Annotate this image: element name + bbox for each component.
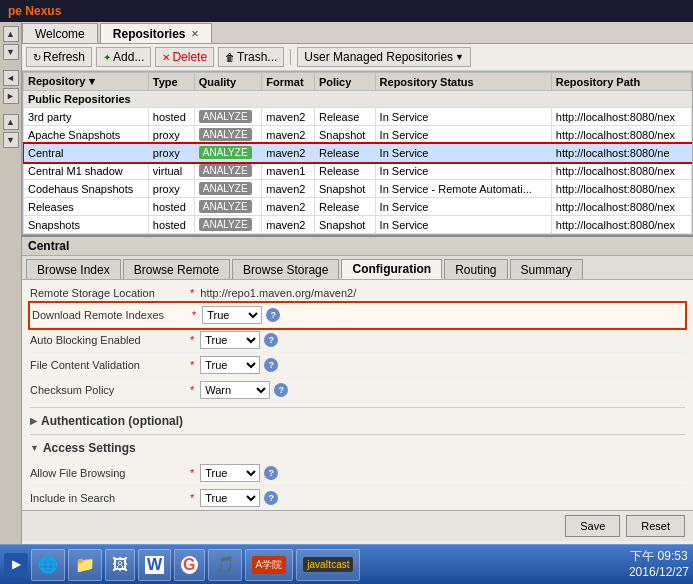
tab-welcome[interactable]: Welcome bbox=[22, 23, 98, 43]
reset-button[interactable]: Reset bbox=[626, 515, 685, 537]
access-divider: ▼ Access Settings bbox=[30, 434, 685, 457]
download-indexes-value: * True False ? bbox=[192, 306, 280, 324]
table-row[interactable]: Central proxy ANALYZE maven2 Release In … bbox=[24, 144, 692, 162]
trash-icon: 🗑 bbox=[225, 52, 235, 63]
tab-close-icon[interactable]: ✕ bbox=[191, 29, 199, 39]
taskbar-label2: javaItcast bbox=[303, 557, 353, 572]
download-indexes-select[interactable]: True False bbox=[202, 306, 262, 324]
remote-storage-value: * http://repo1.maven.org/maven2/ bbox=[190, 287, 356, 299]
taskbar-start-icon[interactable]: ▶ bbox=[4, 553, 28, 577]
taskbar-chrome-btn[interactable]: G bbox=[174, 549, 204, 581]
auto-blocking-label: Auto Blocking Enabled bbox=[30, 334, 190, 346]
required-star5: * bbox=[190, 384, 194, 396]
sidebar-arrow-right[interactable]: ► bbox=[3, 88, 19, 104]
required-star2: * bbox=[192, 309, 196, 321]
analyze-btn[interactable]: ANALYZE bbox=[199, 218, 252, 231]
sidebar-arrow-down[interactable]: ▼ bbox=[3, 44, 19, 60]
checksum-help-icon[interactable]: ? bbox=[274, 383, 288, 397]
table-row[interactable]: Codehaus Snapshots proxy ANALYZE maven2 … bbox=[24, 180, 692, 198]
delete-icon: ✕ bbox=[162, 52, 170, 63]
sub-tab-browse-index[interactable]: Browse Index bbox=[26, 259, 121, 279]
file-content-value: * True False ? bbox=[190, 356, 278, 374]
col-type[interactable]: Type bbox=[148, 73, 194, 91]
word-icon: W bbox=[145, 556, 164, 574]
clock: 下午 09:53 2016/12/27 bbox=[629, 549, 689, 580]
save-button[interactable]: Save bbox=[565, 515, 620, 537]
sub-tab-browse-remote[interactable]: Browse Remote bbox=[123, 259, 230, 279]
include-search-help-icon[interactable]: ? bbox=[264, 491, 278, 505]
download-indexes-label: Download Remote Indexes bbox=[32, 309, 192, 321]
sub-tab-summary[interactable]: Summary bbox=[510, 259, 583, 279]
add-button[interactable]: ✦ Add... bbox=[96, 47, 151, 67]
auth-divider: ▶ Authentication (optional) bbox=[30, 407, 685, 430]
separator bbox=[290, 49, 291, 65]
file-content-select[interactable]: True False bbox=[200, 356, 260, 374]
taskbar-image-btn[interactable]: 🖼 bbox=[105, 549, 135, 581]
taskbar-word-btn[interactable]: W bbox=[138, 549, 171, 581]
required-star6: * bbox=[190, 467, 194, 479]
col-repository[interactable]: Repository ▾ bbox=[24, 73, 149, 91]
analyze-btn[interactable]: ANALYZE bbox=[199, 182, 252, 195]
analyze-btn[interactable]: ANALYZE bbox=[199, 200, 252, 213]
col-policy[interactable]: Policy bbox=[314, 73, 375, 91]
allow-file-browsing-label: Allow File Browsing bbox=[30, 467, 190, 479]
analyze-btn[interactable]: ANALYZE bbox=[199, 146, 252, 159]
analyze-btn[interactable]: ANALYZE bbox=[199, 128, 252, 141]
col-status[interactable]: Repository Status bbox=[375, 73, 551, 91]
include-search-select[interactable]: True False bbox=[200, 489, 260, 507]
taskbar-text2-btn[interactable]: javaItcast bbox=[296, 549, 360, 581]
taskbar-media-btn[interactable]: 🎵 bbox=[208, 549, 242, 581]
table-row[interactable]: Snapshots hosted ANALYZE maven2 Snapshot… bbox=[24, 216, 692, 234]
checksum-select[interactable]: Warn Strict Ignore bbox=[200, 381, 270, 399]
access-toggle-icon[interactable]: ▼ bbox=[30, 443, 39, 453]
include-search-row: Include in Search * True False ? bbox=[30, 486, 685, 510]
dropdown-icon: ▼ bbox=[455, 52, 464, 62]
sub-tab-routing[interactable]: Routing bbox=[444, 259, 507, 279]
table-row[interactable]: Releases hosted ANALYZE maven2 Release I… bbox=[24, 198, 692, 216]
sidebar-arrow-up[interactable]: ▲ bbox=[3, 26, 19, 42]
sidebar: ▲ ▼ ◄ ► ▲ ▼ bbox=[0, 22, 22, 544]
refresh-button[interactable]: ↻ Refresh bbox=[26, 47, 92, 67]
table-row[interactable]: Public Repositories bbox=[24, 91, 692, 108]
taskbar-browser-btn[interactable]: 🌐 bbox=[31, 549, 65, 581]
tab-repositories[interactable]: Repositories ✕ bbox=[100, 23, 213, 43]
col-quality[interactable]: Quality bbox=[194, 73, 262, 91]
delete-button[interactable]: ✕ Delete bbox=[155, 47, 214, 67]
auto-blocking-select[interactable]: True False bbox=[200, 331, 260, 349]
table-row[interactable]: Central M1 shadow virtual ANALYZE maven1… bbox=[24, 162, 692, 180]
remote-storage-label: Remote Storage Location bbox=[30, 287, 190, 299]
col-path[interactable]: Repository Path bbox=[551, 73, 691, 91]
analyze-btn[interactable]: ANALYZE bbox=[199, 110, 252, 123]
include-search-value: * True False ? bbox=[190, 489, 278, 507]
main-container: ▲ ▼ ◄ ► ▲ ▼ Welcome Repositories ✕ ↻ Ref… bbox=[0, 22, 693, 544]
sidebar-arrow-left[interactable]: ◄ bbox=[3, 70, 19, 86]
sidebar-arrow-up2[interactable]: ▲ bbox=[3, 114, 19, 130]
managed-repos-button[interactable]: User Managed Repositories ▼ bbox=[297, 47, 471, 67]
taskbar-text1-btn[interactable]: A学院 bbox=[245, 549, 294, 581]
trash-button[interactable]: 🗑 Trash... bbox=[218, 47, 284, 67]
sub-tab-browse-storage[interactable]: Browse Storage bbox=[232, 259, 339, 279]
allow-file-browsing-select[interactable]: True False bbox=[200, 464, 260, 482]
browser-icon: 🌐 bbox=[38, 555, 58, 574]
auto-blocking-value: * True False ? bbox=[190, 331, 278, 349]
download-indexes-help-icon[interactable]: ? bbox=[266, 308, 280, 322]
title-text: pe Nexus bbox=[8, 4, 61, 18]
taskbar: ▶ 🌐 📁 🖼 W G 🎵 A学院 javaItcast 下午 09:53 20… bbox=[0, 544, 693, 584]
sidebar-arrow-down2[interactable]: ▼ bbox=[3, 132, 19, 148]
bottom-panel: Central Browse Index Browse Remote Brows… bbox=[22, 235, 693, 541]
col-format[interactable]: Format bbox=[262, 73, 315, 91]
table-row[interactable]: 3rd party hosted ANALYZE maven2 Release … bbox=[24, 108, 692, 126]
auto-blocking-help-icon[interactable]: ? bbox=[264, 333, 278, 347]
file-content-help-icon[interactable]: ? bbox=[264, 358, 278, 372]
auth-toggle-icon[interactable]: ▶ bbox=[30, 416, 37, 426]
folder-icon: 📁 bbox=[75, 555, 95, 574]
analyze-btn[interactable]: ANALYZE bbox=[199, 164, 252, 177]
required-star4: * bbox=[190, 359, 194, 371]
taskbar-folder-btn[interactable]: 📁 bbox=[68, 549, 102, 581]
auth-section-header: ▶ Authentication (optional) bbox=[30, 412, 685, 430]
allow-file-browsing-value: * True False ? bbox=[190, 464, 278, 482]
sub-tab-configuration[interactable]: Configuration bbox=[341, 259, 442, 279]
allow-file-browsing-help-icon[interactable]: ? bbox=[264, 466, 278, 480]
required-star7: * bbox=[190, 492, 194, 504]
table-row[interactable]: Apache Snapshots proxy ANALYZE maven2 Sn… bbox=[24, 126, 692, 144]
